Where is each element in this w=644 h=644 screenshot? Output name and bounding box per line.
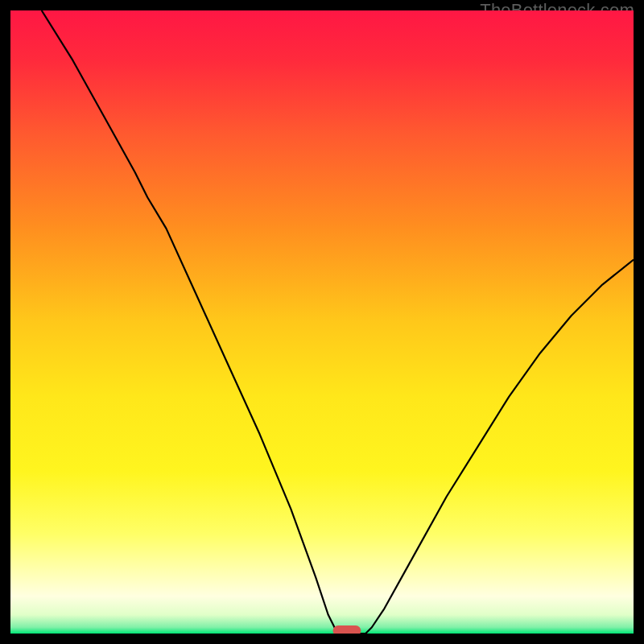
chart-frame: TheBottleneck.com bbox=[0, 0, 644, 644]
plot-svg bbox=[10, 10, 634, 634]
optimal-marker bbox=[333, 625, 361, 634]
svg-rect-0 bbox=[10, 10, 634, 634]
plot-area bbox=[10, 10, 634, 634]
